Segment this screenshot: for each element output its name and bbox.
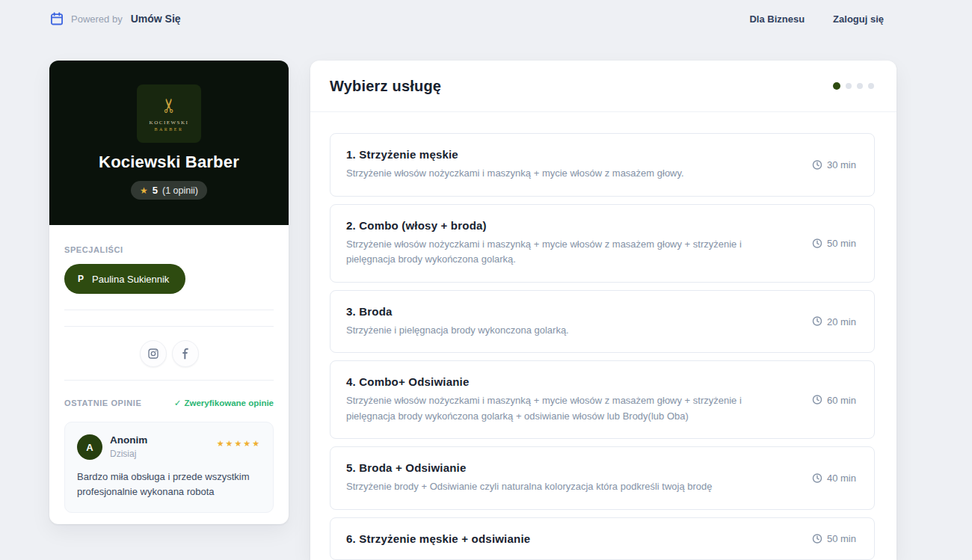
clock-icon xyxy=(812,238,822,248)
powered-by-brand[interactable]: Powered by Umów Się xyxy=(49,11,181,26)
rating-count: (1 opinii) xyxy=(162,185,198,196)
service-duration: 30 min xyxy=(812,159,856,170)
divider xyxy=(64,310,274,310)
service-duration: 50 min xyxy=(812,533,856,544)
clock-icon xyxy=(812,395,822,405)
service-card-5[interactable]: 5. Broda + Odsiwianie Strzyżenie brody +… xyxy=(330,446,875,510)
nav-zaloguj-sie-link[interactable]: Zaloguj się xyxy=(833,13,884,25)
specialist-chip-paulina[interactable]: P Paulina Sukiennik xyxy=(64,264,185,294)
service-card-6[interactable]: 6. Strzyżenie męskie + odsiwianie 50 min xyxy=(330,517,875,560)
step-dot xyxy=(857,83,863,89)
top-nav: Dla Biznesu Zaloguj się xyxy=(749,13,884,25)
star-icon: ★ xyxy=(140,185,148,196)
service-list: 1. Strzyżenie męskie Strzyżenie włosów n… xyxy=(310,112,896,560)
business-sidebar: ✂ KOCIEWSKI BARBER Kociewski Barber ★ 5 … xyxy=(49,61,289,524)
panel-header: Wybierz usługę xyxy=(310,61,896,112)
reviewer-name: Anonim xyxy=(110,434,217,446)
reviewer-avatar: A xyxy=(77,434,102,460)
service-card-2[interactable]: 2. Combo (włosy + broda) Strzyżenie włos… xyxy=(330,204,875,283)
divider xyxy=(64,326,274,327)
duration-label: 60 min xyxy=(827,394,856,405)
duration-label: 40 min xyxy=(827,473,856,484)
service-title: 4. Combo+ Odsiwianie xyxy=(346,375,784,388)
service-title: 3. Broda xyxy=(346,305,784,318)
nav-dla-biznesu-link[interactable]: Dla Biznesu xyxy=(749,13,805,25)
clock-icon xyxy=(812,473,822,483)
rating-badge[interactable]: ★ 5 (1 opinii) xyxy=(131,181,207,200)
service-description: Strzyżenie włosów nożyczkami i maszynką … xyxy=(346,166,784,182)
page-title: Wybierz usługę xyxy=(330,78,441,95)
specialists-section-label: SPECJALIŚCI xyxy=(64,245,274,254)
logo-text-line1: KOCIEWSKI xyxy=(150,120,189,126)
business-logo: ✂ KOCIEWSKI BARBER xyxy=(137,84,201,143)
service-title: 6. Strzyżenie męskie + odsiwianie xyxy=(346,532,784,545)
service-card-4[interactable]: 4. Combo+ Odsiwianie Strzyżenie włosów n… xyxy=(330,360,875,439)
facebook-icon[interactable] xyxy=(172,340,199,367)
service-title: 5. Broda + Odsiwianie xyxy=(346,461,784,474)
verified-label: Zweryfikowane opinie xyxy=(185,399,274,407)
service-title: 2. Combo (włosy + broda) xyxy=(346,219,784,232)
review-card: A Anonim Dzisiaj ★★★★★ Bardzo miła obsłu… xyxy=(64,422,274,513)
reviews-header-row: OSTATNIE OPINIE ✓ Zweryfikowane opinie xyxy=(64,398,274,408)
review-date: Dzisiaj xyxy=(110,449,217,459)
service-title: 1. Strzyżenie męskie xyxy=(346,148,784,161)
service-card-3[interactable]: 3. Broda Strzyżenie i pielęgnacja brody … xyxy=(330,290,875,354)
service-description: Strzyżenie i pielęgnacja brody wykonczon… xyxy=(346,323,784,339)
clock-icon xyxy=(812,533,822,544)
clock-icon xyxy=(812,316,822,327)
step-dot xyxy=(868,83,874,89)
service-description: Strzyżenie brody + Odsiwianie czyli natu… xyxy=(346,479,784,495)
brand-name: Umów Się xyxy=(131,13,181,25)
step-indicator xyxy=(833,82,874,90)
service-duration: 50 min xyxy=(812,238,856,249)
review-header: A Anonim Dzisiaj ★★★★★ xyxy=(77,434,261,460)
social-links xyxy=(64,340,274,367)
step-dot xyxy=(846,83,852,89)
service-duration: 20 min xyxy=(812,316,856,327)
specialist-name: Paulina Sukiennik xyxy=(92,274,169,285)
rating-value: 5 xyxy=(153,185,158,196)
duration-label: 20 min xyxy=(827,316,856,327)
business-banner: ✂ KOCIEWSKI BARBER Kociewski Barber ★ 5 … xyxy=(49,61,289,225)
duration-label: 50 min xyxy=(827,238,856,249)
verified-reviews-badge: ✓ Zweryfikowane opinie xyxy=(174,398,274,408)
service-description: Strzyżenie włosów nożyczkami i maszynką … xyxy=(346,393,784,424)
service-duration: 60 min xyxy=(812,394,856,405)
duration-label: 30 min xyxy=(827,159,856,170)
service-duration: 40 min xyxy=(812,473,856,484)
step-dot-active xyxy=(833,82,840,90)
specialist-initial: P xyxy=(78,274,84,284)
business-name: Kociewski Barber xyxy=(99,153,239,172)
powered-by-label: Powered by xyxy=(71,13,123,25)
logo-text-line2: BARBER xyxy=(154,127,183,132)
review-text: Bardzo miła obsługa i przede wszystkim p… xyxy=(77,470,261,499)
service-selection-panel: Wybierz usługę 1. Strzyżenie męskie Strz… xyxy=(310,61,896,560)
check-icon: ✓ xyxy=(174,398,182,408)
clock-icon xyxy=(812,159,822,170)
reviews-section-label: OSTATNIE OPINIE xyxy=(64,399,141,407)
review-meta: Anonim Dzisiaj xyxy=(110,434,217,459)
divider xyxy=(64,380,274,381)
scissors-icon: ✂ xyxy=(159,97,179,114)
instagram-icon[interactable] xyxy=(140,340,167,367)
service-description: Strzyżenie włosów nożyczkami i maszynką … xyxy=(346,237,784,268)
service-card-1[interactable]: 1. Strzyżenie męskie Strzyżenie włosów n… xyxy=(330,133,875,197)
top-bar: Powered by Umów Się Dla Biznesu Zaloguj … xyxy=(0,0,972,37)
review-stars: ★★★★★ xyxy=(217,439,261,449)
calendar-icon xyxy=(49,11,64,26)
duration-label: 50 min xyxy=(827,533,856,544)
